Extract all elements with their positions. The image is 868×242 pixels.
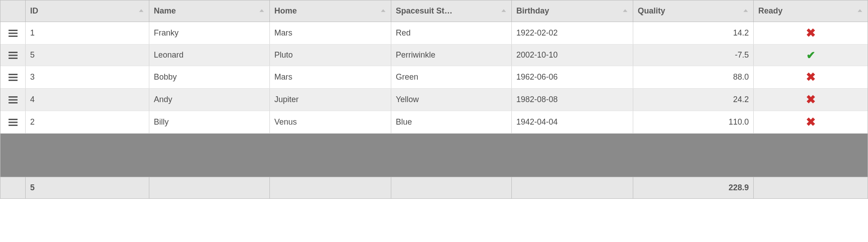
cell-spacesuit-value: Red xyxy=(396,28,411,38)
footer-count-value: 5 xyxy=(30,183,35,193)
cell-birthday: 2002-10-10 xyxy=(512,45,633,66)
sort-asc-icon[interactable] xyxy=(501,6,507,16)
cell-spacesuit: Yellow xyxy=(391,89,512,111)
data-table: ID Name Home Spacesuit St… Birthday xyxy=(0,0,868,199)
cell-quality-value: 110.0 xyxy=(729,117,749,127)
cell-quality: 14.2 xyxy=(633,22,754,44)
sort-asc-icon[interactable] xyxy=(138,6,144,16)
svg-rect-5 xyxy=(9,58,18,59)
footer-cell-spacesuit xyxy=(391,177,512,198)
svg-rect-3 xyxy=(9,52,18,53)
drag-handle-icon xyxy=(8,73,18,82)
drag-handle[interactable] xyxy=(0,66,26,88)
drag-handle[interactable] xyxy=(0,89,26,111)
sort-asc-icon[interactable] xyxy=(743,6,749,16)
svg-rect-10 xyxy=(9,99,18,100)
cross-icon: ✖ xyxy=(806,26,816,40)
sort-asc-icon[interactable] xyxy=(380,6,386,16)
sort-asc-icon[interactable] xyxy=(857,6,863,16)
cell-name: Leonard xyxy=(149,45,270,66)
cell-ready: ✖ xyxy=(754,111,868,133)
cell-quality: -7.5 xyxy=(633,45,754,66)
footer-cell-name xyxy=(149,177,270,198)
header-cell-birthday[interactable]: Birthday xyxy=(512,0,633,22)
drag-handle-icon xyxy=(8,118,18,127)
cell-id: 5 xyxy=(26,45,149,66)
cell-name-value: Bobby xyxy=(154,72,177,82)
cell-birthday-value: 1922-02-02 xyxy=(516,28,558,38)
header-label-name: Name xyxy=(154,6,176,16)
header-cell-name[interactable]: Name xyxy=(149,0,270,22)
drag-handle-icon xyxy=(8,95,18,104)
drag-handle-icon xyxy=(8,51,18,60)
cell-name-value: Andy xyxy=(154,95,172,104)
cell-ready: ✖ xyxy=(754,22,868,44)
table-body: 1FrankyMarsRed1922-02-0214.2✖5LeonardPlu… xyxy=(0,22,868,134)
drag-handle-icon xyxy=(8,29,18,38)
cell-ready: ✖ xyxy=(754,66,868,88)
header-cell-ready[interactable]: Ready xyxy=(754,0,868,22)
svg-rect-11 xyxy=(9,102,18,103)
cell-birthday: 1962-06-06 xyxy=(512,66,633,88)
header-label-home: Home xyxy=(274,6,297,16)
header-label-ready: Ready xyxy=(758,6,783,16)
cell-spacesuit-value: Blue xyxy=(396,117,412,127)
cell-id-value: 5 xyxy=(30,50,35,60)
cell-id-value: 1 xyxy=(30,28,35,38)
cell-spacesuit: Perriwinkle xyxy=(391,45,512,66)
header-cell-id[interactable]: ID xyxy=(26,0,149,22)
footer-cell-handle xyxy=(0,177,26,198)
header-label-spacesuit: Spacesuit St… xyxy=(396,6,452,16)
drag-handle[interactable] xyxy=(0,45,26,66)
cell-home-value: Pluto xyxy=(274,50,293,60)
cell-home-value: Mars xyxy=(274,72,292,82)
sort-asc-icon[interactable] xyxy=(622,6,628,16)
cell-id-value: 3 xyxy=(30,72,35,82)
cell-home: Venus xyxy=(270,111,391,133)
table-row[interactable]: 4AndyJupiterYellow1982-08-0824.2✖ xyxy=(0,89,868,111)
cell-id: 3 xyxy=(26,66,149,88)
cross-icon: ✖ xyxy=(806,70,816,84)
cell-quality: 88.0 xyxy=(633,66,754,88)
header-label-quality: Quality xyxy=(638,6,665,16)
header-cell-handle xyxy=(0,0,26,22)
svg-rect-0 xyxy=(9,30,18,31)
cell-name: Bobby xyxy=(149,66,270,88)
cell-quality-value: 14.2 xyxy=(733,28,749,38)
cell-birthday-value: 2002-10-10 xyxy=(516,50,558,60)
table-row[interactable]: 2BillyVenusBlue1942-04-04110.0✖ xyxy=(0,111,868,134)
cell-spacesuit: Blue xyxy=(391,111,512,133)
drag-handle[interactable] xyxy=(0,111,26,133)
table-row[interactable]: 3BobbyMarsGreen1962-06-0688.0✖ xyxy=(0,66,868,89)
drag-handle[interactable] xyxy=(0,22,26,44)
cell-name: Andy xyxy=(149,89,270,111)
table-header-row: ID Name Home Spacesuit St… Birthday xyxy=(0,0,868,22)
header-label-birthday: Birthday xyxy=(516,6,549,16)
svg-rect-13 xyxy=(9,121,18,123)
svg-rect-2 xyxy=(9,36,18,37)
table-footer-row: 5 228.9 xyxy=(0,177,868,198)
header-cell-spacesuit[interactable]: Spacesuit St… xyxy=(391,0,512,22)
cell-quality: 110.0 xyxy=(633,111,754,133)
cell-name-value: Leonard xyxy=(154,50,183,60)
table-row[interactable]: 1FrankyMarsRed1922-02-0214.2✖ xyxy=(0,22,868,45)
header-label-id: ID xyxy=(30,6,38,16)
svg-rect-6 xyxy=(9,74,18,75)
cell-ready: ✔ xyxy=(754,45,868,66)
svg-rect-4 xyxy=(9,54,18,56)
header-cell-home[interactable]: Home xyxy=(270,0,391,22)
cell-spacesuit-value: Green xyxy=(396,72,418,82)
sort-asc-icon[interactable] xyxy=(259,6,265,16)
cell-ready: ✖ xyxy=(754,89,868,111)
header-cell-quality[interactable]: Quality xyxy=(633,0,754,22)
cell-home: Jupiter xyxy=(270,89,391,111)
cell-quality-value: -7.5 xyxy=(735,50,749,60)
cell-name: Franky xyxy=(149,22,270,44)
footer-cell-count: 5 xyxy=(26,177,149,198)
cell-birthday: 1922-02-02 xyxy=(512,22,633,44)
footer-quality-sum-value: 228.9 xyxy=(729,183,749,193)
cell-birthday: 1942-04-04 xyxy=(512,111,633,133)
cell-home: Mars xyxy=(270,22,391,44)
table-row[interactable]: 5LeonardPlutoPerriwinkle2002-10-10-7.5✔ xyxy=(0,45,868,66)
cell-quality-value: 88.0 xyxy=(733,72,749,82)
